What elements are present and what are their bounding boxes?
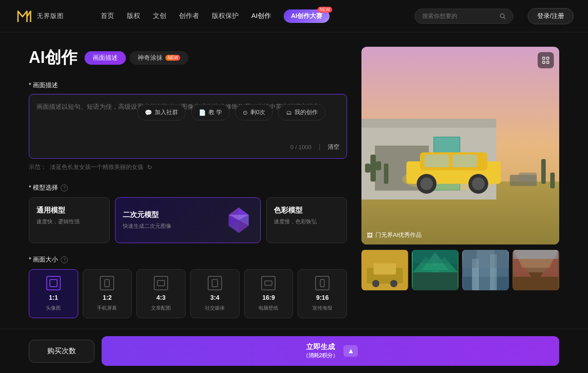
size-3-4[interactable]: 3:4 社交媒体 xyxy=(190,269,240,318)
svg-point-1 xyxy=(500,13,504,18)
nav-links: 首页 版权 文创 创作者 版权保护 AI创作 AI创作大赛 NEW xyxy=(101,9,400,23)
nav-protection[interactable]: 版权保护 xyxy=(212,12,239,20)
generate-label: 立即生成 xyxy=(303,342,339,352)
model-grid: 通用模型 速度快，逻辑性强 二次元模型 快速生成二次元图像 xyxy=(29,197,347,243)
logo-area[interactable]: 无界版图 xyxy=(14,7,86,26)
nav-copyright[interactable]: 版权 xyxy=(127,12,140,20)
example-row: 示范： 淡蓝色长发女孩一个精致美丽的女孩 ↻ xyxy=(29,163,347,171)
right-panel: 🖼 门无界AI优秀作品 xyxy=(361,47,559,327)
size-ratio-9-16: 9:16 xyxy=(316,294,329,301)
nav-creative[interactable]: 文创 xyxy=(153,12,166,20)
thumb-1[interactable] xyxy=(361,250,408,290)
tutorial-btn[interactable]: 📄 教 学 xyxy=(191,104,230,120)
preview-label: 🖼 门无界AI优秀作品 xyxy=(367,231,422,239)
svg-rect-40 xyxy=(519,173,537,182)
size-1-2[interactable]: 1:2 手机屏幕 xyxy=(83,269,132,318)
size-icon-1-2 xyxy=(100,276,114,290)
expand-button[interactable] xyxy=(538,52,554,68)
contest-badge: NEW xyxy=(317,7,332,13)
size-name-4-3: 文章配图 xyxy=(151,305,171,311)
size-label-text: * 画面大小 xyxy=(29,256,58,264)
model-card-general[interactable]: 通用模型 速度快，逻辑性强 xyxy=(29,197,110,243)
svg-rect-12 xyxy=(105,280,109,287)
svg-rect-41 xyxy=(543,57,545,59)
thumbnails-row xyxy=(361,250,559,290)
model-label-text: * 模型选择 xyxy=(29,184,58,192)
svg-rect-47 xyxy=(374,263,396,275)
logo-icon xyxy=(14,7,33,26)
char-count: 0 / 1000 xyxy=(290,144,312,151)
remaining-icon: ⊙ xyxy=(243,109,248,116)
size-ratio-1-1: 1:1 xyxy=(49,294,58,301)
size-section: * 画面大小 ? 1:1 头像图 1:2 手机 xyxy=(29,256,347,318)
svg-point-30 xyxy=(420,178,433,190)
search-input[interactable] xyxy=(422,13,496,19)
size-icon-4-3 xyxy=(154,276,168,290)
tab-group: 画面描述 神奇涂抹 NEW xyxy=(85,51,188,65)
svg-point-48 xyxy=(372,280,379,287)
char-divider: | xyxy=(319,143,321,151)
join-community-btn[interactable]: 💬 加入社群 xyxy=(137,104,186,120)
size-icon-1-1 xyxy=(46,276,61,290)
remaining-label: 剩0次 xyxy=(250,108,265,116)
bottom-bar: 购买次数 立即生成 （消耗2积分） ▲ xyxy=(0,329,588,373)
generate-button[interactable]: 立即生成 （消耗2积分） ▲ xyxy=(102,336,559,366)
size-ratio-1-2: 1:2 xyxy=(102,294,111,301)
left-panel: AI创作 画面描述 神奇涂抹 NEW 💬 加入社群 📄 教 学 xyxy=(29,47,361,327)
model-card-color[interactable]: 色彩模型 速度慢，色彩恢弘 xyxy=(266,197,347,243)
tab-magic-paint[interactable]: 神奇涂抹 NEW xyxy=(129,51,188,65)
svg-line-2 xyxy=(504,17,506,19)
refresh-icon[interactable]: ↻ xyxy=(147,164,152,171)
title-row: AI创作 画面描述 神奇涂抹 NEW xyxy=(29,47,347,69)
size-ratio-16-9: 16:9 xyxy=(262,294,275,301)
logo-text: 无界版图 xyxy=(37,12,64,20)
search-bar[interactable] xyxy=(414,9,513,24)
preview-label-text: 门无界AI优秀作品 xyxy=(375,231,422,239)
size-icon-9-16 xyxy=(315,276,330,290)
textarea-wrap: 0 / 1000 | 清空 xyxy=(29,94,347,159)
preview-area: 🖼 门无界AI优秀作品 xyxy=(361,47,559,244)
example-text[interactable]: 淡蓝色长发女孩一个精致美丽的女孩 xyxy=(50,163,143,171)
prompt-section: * 画面描述 0 / 1000 | 清空 示范： 淡蓝色长发女孩一个精致美丽的女… xyxy=(29,81,347,171)
svg-rect-27 xyxy=(424,155,449,167)
thumb-2[interactable] xyxy=(412,250,459,290)
size-icon-3-4 xyxy=(208,276,222,290)
svg-rect-14 xyxy=(212,280,218,287)
clear-button[interactable]: 清空 xyxy=(328,143,339,151)
textarea-footer: 0 / 1000 | 清空 xyxy=(36,143,339,151)
thumb-4[interactable] xyxy=(512,250,559,290)
generate-arrow-icon[interactable]: ▲ xyxy=(343,345,358,357)
nav-home[interactable]: 首页 xyxy=(101,12,114,20)
size-name-9-16: 宣传海报 xyxy=(312,305,332,311)
size-help-icon[interactable]: ? xyxy=(61,256,68,263)
login-button[interactable]: 登录/注册 xyxy=(528,8,574,24)
my-creations-btn[interactable]: 🗂 我的创作 xyxy=(278,104,325,120)
tutorial-icon: 📄 xyxy=(199,109,206,116)
main-content: AI创作 画面描述 神奇涂抹 NEW 💬 加入社群 📄 教 学 xyxy=(0,32,588,327)
remaining-count-btn[interactable]: ⊙ 剩0次 xyxy=(235,104,273,120)
prompt-label: * 画面描述 xyxy=(29,81,347,89)
color-model-title: 色彩模型 xyxy=(274,206,339,215)
buy-button[interactable]: 购买次数 xyxy=(29,340,94,363)
size-1-1[interactable]: 1:1 头像图 xyxy=(29,269,78,318)
svg-rect-28 xyxy=(452,155,477,167)
model-help-icon[interactable]: ? xyxy=(61,184,68,191)
nav-ai-creation[interactable]: AI创作 xyxy=(251,12,271,20)
size-label: * 画面大小 ? xyxy=(29,256,347,264)
size-grid: 1:1 头像图 1:2 手机屏幕 4:3 文章配图 xyxy=(29,269,347,318)
tab-canvas-desc[interactable]: 画面描述 xyxy=(85,51,126,65)
model-card-anime[interactable]: 二次元模型 快速生成二次元图像 xyxy=(115,197,261,243)
model-label: * 模型选择 ? xyxy=(29,184,347,192)
nav-creator[interactable]: 创作者 xyxy=(179,12,199,20)
tab-new-badge: NEW xyxy=(165,55,180,61)
svg-rect-55 xyxy=(413,250,458,263)
thumb-3[interactable] xyxy=(462,250,509,290)
svg-rect-13 xyxy=(157,280,165,286)
size-9-16[interactable]: 9:16 宣传海报 xyxy=(298,269,347,318)
my-creations-label: 我的创作 xyxy=(294,108,318,116)
size-4-3[interactable]: 4:3 文章配图 xyxy=(136,269,186,318)
size-ratio-4-3: 4:3 xyxy=(156,294,165,301)
header-area: AI创作 画面描述 神奇涂抹 NEW 💬 加入社群 📄 教 学 xyxy=(29,47,347,69)
size-16-9[interactable]: 16:9 电脑壁纸 xyxy=(244,269,294,318)
nav-contest-btn[interactable]: AI创作大赛 NEW xyxy=(284,9,330,23)
